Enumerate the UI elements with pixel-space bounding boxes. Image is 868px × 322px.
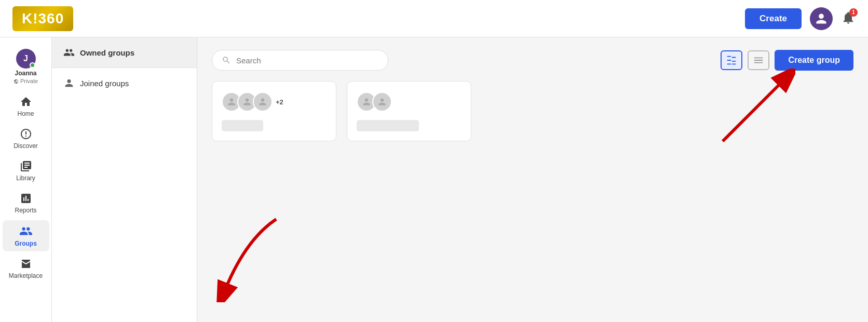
list-icon [753, 55, 764, 66]
main-content: Create group [197, 37, 868, 322]
sidebar-item-marketplace-label: Marketplace [9, 272, 43, 279]
sidebar-item-groups-label: Groups [15, 240, 37, 247]
main-area: Create group [197, 37, 868, 322]
grid-icon [726, 55, 737, 66]
card-avatar [253, 92, 273, 112]
layout: J Joanna Private Home Discover Library [0, 37, 868, 322]
sidebar-item-discover[interactable]: Discover [3, 124, 49, 154]
user-privacy: Private [13, 78, 38, 84]
notification-badge: 1 [849, 8, 858, 17]
card-skeleton [357, 120, 419, 131]
card-avatars: +2 [222, 92, 327, 112]
grid-view-button[interactable] [721, 50, 742, 70]
header-right: Create 1 [745, 7, 856, 30]
user-avatar-button[interactable] [810, 7, 833, 30]
sidebar-item-home-label: Home [17, 110, 34, 117]
sidebar: J Joanna Private Home Discover Library [0, 37, 52, 322]
avatar: J [16, 49, 36, 69]
card-avatar [372, 92, 392, 112]
search-icon [222, 56, 231, 65]
sidebar-item-reports[interactable]: Reports [3, 188, 49, 218]
list-view-button[interactable] [748, 50, 769, 70]
card-plus: +2 [276, 98, 283, 106]
sidebar-item-marketplace[interactable]: Marketplace [3, 253, 49, 284]
group-card[interactable]: +2 [212, 81, 336, 141]
header: K!360 Create 1 [0, 0, 868, 37]
card-skeleton [222, 120, 263, 131]
sidebar-item-reports-label: Reports [15, 207, 36, 214]
logo[interactable]: K!360 [12, 6, 73, 31]
online-indicator [30, 62, 35, 68]
sidebar-user[interactable]: J Joanna Private [10, 44, 41, 89]
search-box[interactable] [212, 50, 388, 71]
sidebar-item-groups[interactable]: Groups [3, 220, 49, 251]
owned-groups-label: Owned groups [80, 48, 134, 57]
create-group-button[interactable]: Create group [775, 50, 853, 71]
owned-groups-nav[interactable]: Owned groups [52, 37, 197, 68]
joined-groups-nav[interactable]: Joined groups [52, 68, 197, 98]
groups-panel: Owned groups Joined groups [52, 37, 197, 322]
cards-container: +2 [212, 81, 853, 141]
sidebar-item-home[interactable]: Home [3, 91, 49, 122]
notification-bell[interactable]: 1 [841, 10, 856, 27]
create-button[interactable]: Create [745, 8, 802, 29]
toolbar-right: Create group [721, 50, 853, 71]
main-toolbar: Create group [212, 50, 853, 71]
sidebar-item-library-label: Library [16, 175, 35, 182]
user-name: Joanna [15, 70, 36, 77]
sidebar-item-discover-label: Discover [13, 142, 38, 150]
sidebar-item-library[interactable]: Library [3, 156, 49, 186]
search-input[interactable] [236, 56, 378, 65]
card-avatars [357, 92, 462, 112]
group-card[interactable] [347, 81, 471, 141]
joined-groups-label: Joined groups [80, 79, 129, 88]
